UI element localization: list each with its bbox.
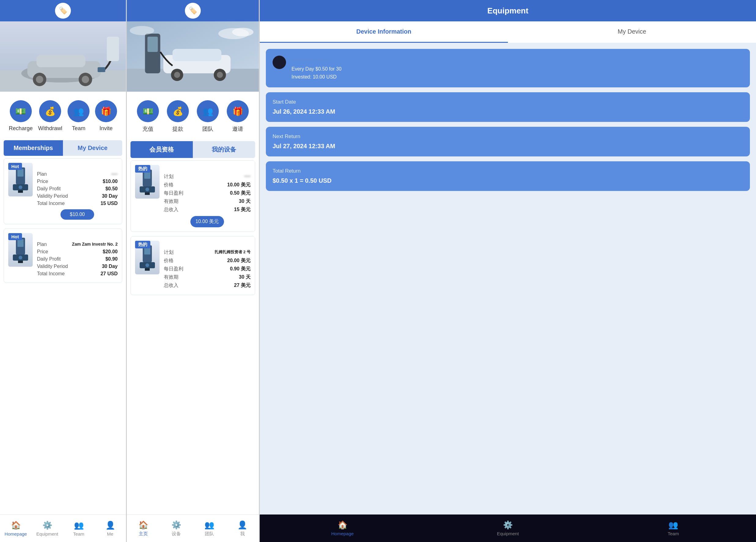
product-list-panel2: 热的 计划 ····· 价格 10.00 美元 [127, 160, 259, 515]
team-nav-icon-2: 👥 [204, 520, 214, 530]
nav-wo[interactable]: 👤 我 [226, 515, 259, 542]
hero-svg-2 [127, 21, 259, 92]
action-invite[interactable]: 🎁 Invite [95, 100, 117, 132]
tab-my-device[interactable]: My Device [63, 140, 122, 156]
nav-tuandui[interactable]: 👥 团队 [193, 515, 226, 542]
action-chongzhi[interactable]: 💵 充值 [137, 100, 159, 133]
equip-bottom-nav: 🏠 Homepage ⚙️ Equipment 👥 Team [260, 515, 756, 542]
nav-equipment-1[interactable]: ⚙️ Equipment [31, 515, 63, 542]
yaoqing-label: 邀请 [232, 125, 243, 133]
hot-badge-cn-1: 热的 [135, 165, 150, 173]
buy-button-cn-1[interactable]: 10.00 美元 [190, 216, 224, 227]
equipment-icon-2: ⚙️ [171, 520, 181, 530]
section-tabs-panel1: Memberships My Device [4, 140, 122, 156]
nav-label-homepage-1: Homepage [5, 531, 27, 537]
buy-button-1[interactable]: $10.00 [61, 209, 94, 220]
product-list-panel1: Hot Plan ····· Price $10.00 [0, 158, 126, 515]
svg-point-14 [19, 185, 22, 189]
total-return-value: $0.50 x 1 = 0.50 USD [273, 177, 743, 184]
svg-point-8 [82, 76, 89, 83]
tikuan-label: 提款 [172, 125, 183, 133]
hot-badge-2: Hot [8, 233, 22, 240]
equipment-title: Equipment [487, 6, 528, 16]
chongzhi-icon: 💵 [137, 100, 159, 122]
action-tikuan[interactable]: 💰 提款 [167, 100, 189, 133]
svg-rect-9 [107, 37, 119, 61]
action-recharge[interactable]: 💵 Recharge [9, 100, 33, 132]
equip-team-icon: 👥 [668, 520, 678, 530]
me-icon-2: 👤 [237, 520, 247, 530]
device-content: ····················· Every Day $0.50 fo… [260, 43, 756, 515]
equipment-icon-1: ⚙️ [42, 521, 52, 530]
nav-homepage-1[interactable]: 🏠 Homepage [0, 515, 31, 542]
nav-label-equipment-1: Equipment [36, 531, 58, 537]
hero-svg [0, 21, 126, 92]
equip-nav-team[interactable]: 👥 Team [591, 515, 756, 542]
detail-daily-1: Daily Profit $0.50 [37, 186, 118, 192]
detail-plan-1: Plan ····· [37, 171, 118, 177]
hero-image-panel1 [0, 21, 126, 92]
actions-row-panel1: 💵 Recharge 💰 Withdrawl 👥 Team 🎁 Invite [0, 92, 126, 138]
equip-nav-equipment[interactable]: ⚙️ Equipment [425, 515, 590, 542]
device-tabs: Device Information My Device [260, 21, 756, 43]
action-withdrawl[interactable]: 💰 Withdrawl [38, 100, 62, 132]
nav-label-tuandui: 团队 [205, 531, 214, 537]
nav-zhuye[interactable]: 🏠 主页 [127, 515, 160, 542]
action-tuandui[interactable]: 👥 团队 [197, 100, 219, 133]
svg-point-37 [145, 188, 149, 191]
plan-value-1: ····· [111, 171, 118, 177]
nav-team-1[interactable]: 👥 Team [63, 515, 94, 542]
invite-label: Invite [100, 125, 113, 132]
detail-price-2: Price $20.00 [37, 249, 118, 255]
charger-svg-2 [11, 236, 30, 264]
yaoqing-icon: 🎁 [227, 100, 249, 122]
hot-badge-1: Hot [8, 163, 22, 170]
hot-badge-cn-2: 热的 [135, 241, 150, 248]
panel-english: 🏷️ [0, 0, 126, 542]
product-card-1: Hot Plan ····· Price $10.00 [4, 158, 122, 224]
next-return-label: Next Return [273, 134, 743, 140]
withdrawl-icon: 💰 [39, 100, 61, 122]
invite-icon: 🎁 [95, 100, 117, 122]
device-status-dot [273, 56, 286, 69]
logo-icon-2: 🏷️ [185, 3, 201, 19]
detail-price-1: Price $10.00 [37, 179, 118, 184]
tab-device-information[interactable]: Device Information [260, 21, 508, 43]
tab-huiyuan[interactable]: 会员资格 [130, 141, 193, 158]
svg-rect-15 [18, 190, 23, 193]
product-details-cn-2: 计划 扎姆扎姆投资者 2 号 价格 20.00 美元 每日盈利 0.90 美元 … [164, 241, 251, 291]
tikuan-icon: 💰 [167, 100, 189, 122]
panel-equipment: Equipment Device Information My Device ·… [260, 0, 756, 542]
start-date-card: Start Date Jul 26, 2024 12:33 AM [266, 92, 750, 122]
actions-row-panel2: 💵 充值 💰 提款 👥 团队 🎁 邀请 [127, 92, 259, 139]
device-info-text: ····················· Every Day $0.50 fo… [292, 56, 342, 81]
equip-nav-homepage[interactable]: 🏠 Homepage [260, 515, 425, 542]
logo-icon: 🏷️ [55, 3, 71, 19]
svg-rect-24 [148, 37, 158, 52]
tab-memberships[interactable]: Memberships [4, 140, 63, 156]
nav-shebei[interactable]: ⚙️ 设备 [160, 515, 193, 542]
svg-rect-20 [18, 261, 23, 263]
tab-wode-shebei[interactable]: 我的设备 [193, 141, 255, 158]
equip-equipment-icon: ⚙️ [503, 520, 513, 530]
recharge-icon: 💵 [10, 100, 32, 122]
home-icon-1: 🏠 [11, 521, 21, 530]
header-panel1: 🏷️ [0, 0, 126, 21]
product-card-2: Hot Plan Zam Zam Investr No. 2 Price $2 [4, 229, 122, 283]
device-main-card: ····················· Every Day $0.50 fo… [266, 49, 750, 87]
nav-me-1[interactable]: 👤 Me [94, 515, 126, 542]
svg-rect-26 [173, 49, 222, 61]
equipment-header: Equipment [260, 0, 756, 21]
total-return-card: Total Return $0.50 x 1 = 0.50 USD [266, 161, 750, 191]
action-team[interactable]: 👥 Team [68, 100, 90, 132]
svg-point-42 [145, 263, 149, 267]
action-yaoqing[interactable]: 🎁 邀请 [227, 100, 249, 133]
svg-point-6 [36, 76, 43, 83]
tab-my-device-eq[interactable]: My Device [508, 21, 756, 43]
home-icon-2: 🏠 [138, 520, 148, 530]
detail-daily-2: Daily Profit $0.90 [37, 256, 118, 262]
charger-svg-1 [11, 166, 30, 193]
detail-validity-2: Validity Period 30 Day [37, 264, 118, 269]
nav-label-me-1: Me [107, 531, 113, 537]
start-date-value: Jul 26, 2024 12:33 AM [273, 108, 743, 115]
